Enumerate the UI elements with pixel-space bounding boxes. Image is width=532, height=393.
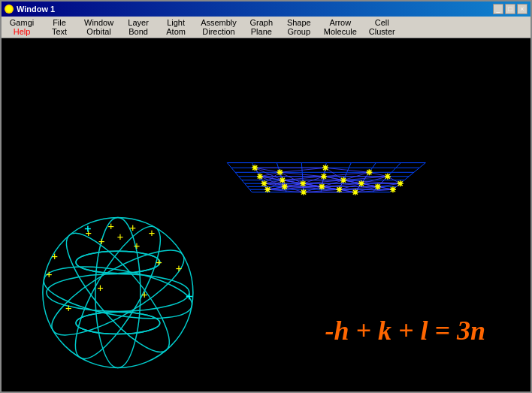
menu-col-0: GamgiHelp	[3, 17, 41, 37]
menu-col-5: AssemblyDirection	[195, 17, 243, 37]
menu-top-shape[interactable]: Shape	[286, 18, 313, 27]
menu-col-8: ArrowMolecule	[318, 17, 363, 37]
menu-bot-help[interactable]: Help	[12, 27, 32, 36]
menu-top-graph[interactable]: Graph	[249, 18, 275, 27]
menu-col-9: CellCluster	[363, 17, 401, 37]
menu-col-6: GraphPlane	[243, 17, 280, 37]
menu-top-gamgi[interactable]: Gamgi	[8, 18, 35, 27]
minimize-button[interactable]: _	[493, 4, 503, 14]
title-buttons: _ □ ×	[493, 4, 527, 14]
menu-top-cell[interactable]: Cell	[373, 18, 391, 27]
menu-top-arrow[interactable]: Arrow	[328, 18, 352, 27]
menu-bot-atom[interactable]: Atom	[165, 27, 187, 36]
menu-col-4: LightAtom	[157, 17, 195, 37]
close-button[interactable]: ×	[517, 4, 527, 14]
menu-col-2: WindowOrbital	[78, 17, 119, 37]
main-content: -h + k + l = 3n	[2, 38, 530, 391]
title-bar: Window 1 _ □ ×	[2, 2, 530, 17]
maximize-button[interactable]: □	[505, 4, 515, 14]
menu-top-file[interactable]: File	[51, 18, 68, 27]
menu-bot-plane[interactable]: Plane	[249, 27, 274, 36]
menu-bot-molecule[interactable]: Molecule	[322, 27, 358, 36]
menu-top-assembly[interactable]: Assembly	[199, 18, 238, 27]
window-title: Window 1	[17, 5, 55, 14]
menu-top-light[interactable]: Light	[165, 18, 186, 27]
menu-col-7: ShapeGroup	[280, 17, 318, 37]
menu-col-3: LayerBond	[119, 17, 157, 37]
menu-top-window[interactable]: Window	[83, 18, 115, 27]
menu-bot-direction[interactable]: Direction	[201, 27, 236, 36]
formula-display: -h + k + l = 3n	[325, 315, 485, 346]
window-icon	[5, 5, 14, 14]
menu-col-1: FileText	[41, 17, 78, 37]
menu-bot-orbital[interactable]: Orbital	[85, 27, 112, 36]
menu-bar: GamgiHelpFileTextWindowOrbitalLayerBondL…	[2, 17, 530, 38]
menu-bot-cluster[interactable]: Cluster	[367, 27, 397, 36]
menu-top-layer[interactable]: Layer	[126, 18, 150, 27]
menu-bot-text[interactable]: Text	[50, 27, 68, 36]
window: Window 1 _ □ × GamgiHelpFileTextWindowOr…	[0, 0, 532, 393]
menu-bot-bond[interactable]: Bond	[127, 27, 150, 36]
menu-bot-group[interactable]: Group	[286, 27, 313, 36]
